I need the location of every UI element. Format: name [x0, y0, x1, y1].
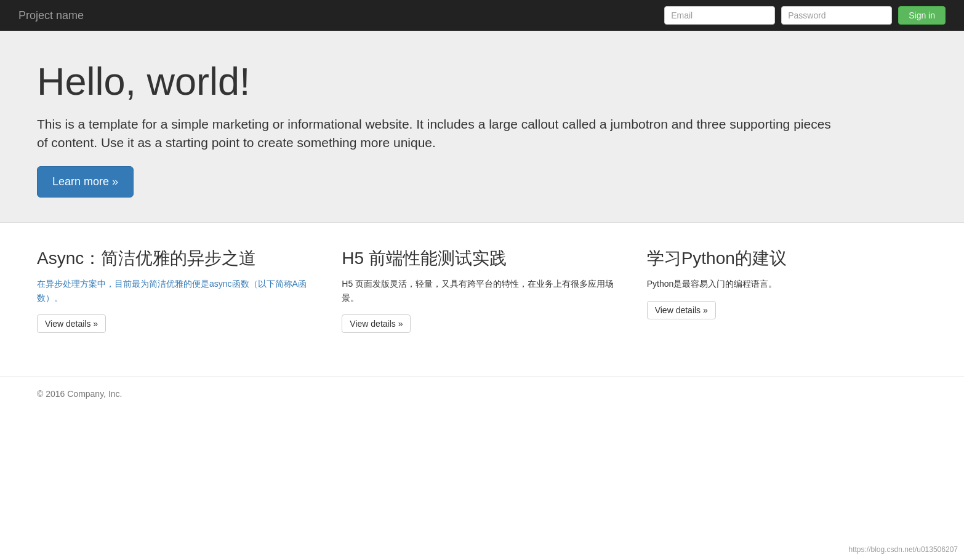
card-3-view-details-button[interactable]: View details »	[647, 301, 716, 319]
learn-more-button[interactable]: Learn more »	[37, 166, 134, 198]
card-2-description: H5 页面发版灵活，轻量，又具有跨平台的特性，在业务上有很多应用场景。	[342, 277, 622, 305]
card-3-description: Python是最容易入门的编程语言。	[647, 277, 927, 290]
jumbotron-description: This is a template for a simple marketin…	[37, 115, 837, 151]
main-content: Async：简洁优雅的异步之道 在异步处理方案中，目前最为简洁优雅的便是asyn…	[0, 223, 964, 376]
footer: © 2016 Company, Inc.	[0, 376, 964, 417]
card-3-title: 学习Python的建议	[647, 247, 927, 270]
card-3: 学习Python的建议 Python是最容易入门的编程语言。 View deta…	[647, 247, 927, 333]
password-input[interactable]	[781, 6, 892, 25]
signin-button[interactable]: Sign in	[898, 6, 946, 25]
card-2-view-details-button[interactable]: View details »	[342, 314, 411, 333]
navbar-brand[interactable]: Project name	[18, 9, 84, 22]
card-1: Async：简洁优雅的异步之道 在异步处理方案中，目前最为简洁优雅的便是asyn…	[37, 247, 317, 333]
email-input[interactable]	[664, 6, 775, 25]
jumbotron-heading: Hello, world!	[37, 60, 927, 103]
card-2: H5 前端性能测试实践 H5 页面发版灵活，轻量，又具有跨平台的特性，在业务上有…	[342, 247, 622, 333]
card-1-title: Async：简洁优雅的异步之道	[37, 247, 317, 270]
card-1-description: 在异步处理方案中，目前最为简洁优雅的便是async函数（以下简称A函数）。	[37, 277, 317, 305]
navbar-right: Sign in	[664, 6, 946, 25]
cards-row: Async：简洁优雅的异步之道 在异步处理方案中，目前最为简洁优雅的便是asyn…	[37, 247, 927, 333]
card-1-view-details-button[interactable]: View details »	[37, 314, 106, 333]
jumbotron: Hello, world! This is a template for a s…	[0, 31, 964, 222]
footer-copyright: © 2016 Company, Inc.	[37, 389, 927, 399]
navbar: Project name Sign in	[0, 0, 964, 31]
card-2-title: H5 前端性能测试实践	[342, 247, 622, 270]
